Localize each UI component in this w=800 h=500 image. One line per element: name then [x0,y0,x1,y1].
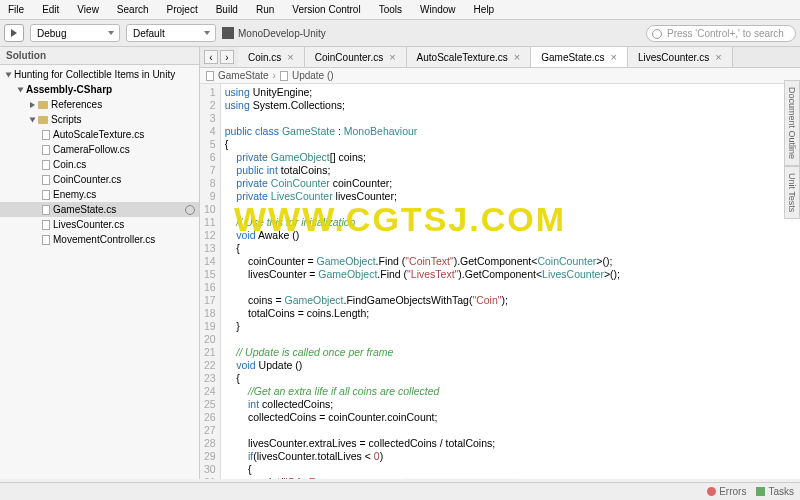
scripts-folder[interactable]: Scripts [0,112,199,127]
code-line[interactable] [225,424,796,437]
code-line[interactable]: private GameObject[] coins; [225,151,796,164]
breadcrumb-class[interactable]: GameState [218,70,269,81]
toolbar: Debug Default MonoDevelop-Unity Press 'C… [0,20,800,47]
file-icon [42,160,50,170]
code-line[interactable]: { [225,463,796,476]
code-line[interactable] [225,112,796,125]
dock-tab-unit-tests[interactable]: Unit Tests [784,166,800,219]
editor-tab[interactable]: AutoScaleTexture.cs× [407,47,532,67]
file-icon [42,130,50,140]
menu-edit[interactable]: Edit [38,2,63,17]
menu-run[interactable]: Run [252,2,278,17]
close-icon[interactable]: × [611,51,617,63]
code-body[interactable]: using UnityEngine;using System.Collectio… [221,84,800,479]
file-item[interactable]: AutoScaleTexture.cs [0,127,199,142]
file-label: Enemy.cs [53,189,96,200]
code-line[interactable] [225,281,796,294]
config-dropdown[interactable]: Debug [30,24,120,42]
file-item[interactable]: CameraFollow.cs [0,142,199,157]
file-label: GameState.cs [53,204,116,215]
menu-search[interactable]: Search [113,2,153,17]
folder-icon [38,101,48,109]
code-line[interactable]: public class GameState : MonoBehaviour [225,125,796,138]
close-icon[interactable]: × [514,51,520,63]
code-line[interactable]: } [225,320,796,333]
editor-tab[interactable]: LivesCounter.cs× [628,47,733,67]
code-line[interactable]: livesCounter = GameObject.Find ("LivesTe… [225,268,796,281]
chevron-right-icon: › [273,70,276,81]
code-line[interactable]: coins = GameObject.FindGameObjectsWithTa… [225,294,796,307]
tab-next-button[interactable]: › [220,50,234,64]
code-line[interactable]: void Update () [225,359,796,372]
class-icon [206,71,214,81]
tree-label: Hunting for Collectible Items in Unity [14,69,175,80]
editor-tab[interactable]: CoinCounter.cs× [305,47,407,67]
menu-tools[interactable]: Tools [375,2,406,17]
references-folder[interactable]: References [0,97,199,112]
search-input[interactable]: Press 'Control+,' to search [646,25,796,42]
menu-project[interactable]: Project [163,2,202,17]
breadcrumb-method[interactable]: Update () [292,70,334,81]
tab-label: LivesCounter.cs [638,52,709,63]
close-icon[interactable]: × [715,51,721,63]
code-line[interactable]: { [225,242,796,255]
file-label: MovementController.cs [53,234,155,245]
menu-window[interactable]: Window [416,2,460,17]
tab-nav: ‹ › [200,47,238,67]
file-item[interactable]: CoinCounter.cs [0,172,199,187]
menu-build[interactable]: Build [212,2,242,17]
tree-label: Scripts [51,114,82,125]
target-dropdown[interactable]: Default [126,24,216,42]
code-line[interactable]: using System.Collections; [225,99,796,112]
code-line[interactable]: private LivesCounter livesCounter; [225,190,796,203]
code-line[interactable]: { [225,372,796,385]
code-line[interactable]: // Use this for initialization [225,216,796,229]
code-line[interactable]: int collectedCoins; [225,398,796,411]
tasks-button[interactable]: Tasks [756,486,794,497]
dock-tab-document-outline[interactable]: Document Outline [784,80,800,166]
file-label: CoinCounter.cs [53,174,121,185]
file-item[interactable]: Enemy.cs [0,187,199,202]
code-line[interactable]: coinCounter = GameObject.Find ("CoinText… [225,255,796,268]
menu-version-control[interactable]: Version Control [288,2,364,17]
project-node[interactable]: Assembly-CSharp [0,82,199,97]
editor-tab[interactable]: GameState.cs× [531,47,628,67]
editor-tab[interactable]: Coin.cs× [238,47,305,67]
status-label: Tasks [768,486,794,497]
menu-help[interactable]: Help [470,2,499,17]
code-line[interactable]: if(livesCounter.totalLives < 0) [225,450,796,463]
file-item[interactable]: MovementController.cs [0,232,199,247]
code-editor[interactable]: 1234567891011121314151617181920212223242… [200,84,800,479]
code-line[interactable]: collectedCoins = coinCounter.coinCount; [225,411,796,424]
file-item[interactable]: Coin.cs [0,157,199,172]
close-icon[interactable]: × [389,51,395,63]
code-line[interactable]: totalCoins = coins.Length; [225,307,796,320]
tab-label: Coin.cs [248,52,281,63]
code-line[interactable]: livesCounter.extraLives = collectedCoins… [225,437,796,450]
folder-icon [38,116,48,124]
code-line[interactable]: void Awake () [225,229,796,242]
code-line[interactable]: //Get an extra life if all coins are col… [225,385,796,398]
gear-icon[interactable] [185,205,195,215]
solution-root[interactable]: Hunting for Collectible Items in Unity [0,67,199,82]
close-icon[interactable]: × [287,51,293,63]
run-button[interactable] [4,24,24,42]
menu-file[interactable]: File [4,2,28,17]
task-icon [756,487,765,496]
file-item[interactable]: GameState.cs [0,202,199,217]
code-line[interactable]: // Update is called once per frame [225,346,796,359]
code-line[interactable]: using UnityEngine; [225,86,796,99]
code-line[interactable]: { [225,138,796,151]
file-icon [42,190,50,200]
error-icon [707,487,716,496]
tab-label: CoinCounter.cs [315,52,383,63]
code-line[interactable] [225,203,796,216]
code-line[interactable]: public int totalCoins; [225,164,796,177]
errors-button[interactable]: Errors [707,486,746,497]
menu-view[interactable]: View [73,2,103,17]
menubar: FileEditViewSearchProjectBuildRunVersion… [0,0,800,20]
tab-prev-button[interactable]: ‹ [204,50,218,64]
code-line[interactable]: private CoinCounter coinCounter; [225,177,796,190]
code-line[interactable] [225,333,796,346]
file-item[interactable]: LivesCounter.cs [0,217,199,232]
